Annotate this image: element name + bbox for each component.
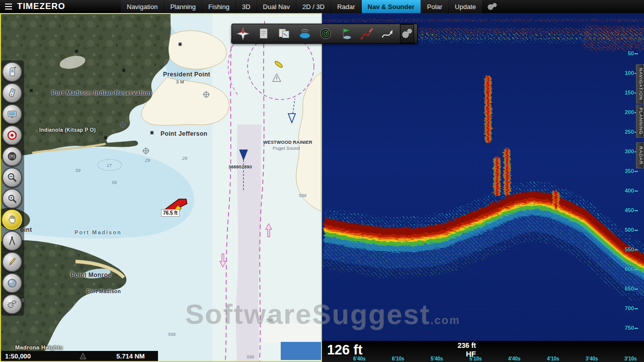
divider-tool[interactable]	[2, 231, 22, 251]
app-title: TIMEZERO	[17, 2, 65, 12]
label-point-jefferson: Point Jefferson	[160, 130, 207, 137]
sounding-value: 29	[182, 156, 187, 161]
time-tick-label: 4'10s	[547, 356, 559, 361]
svg-text:(R): (R)	[9, 154, 15, 159]
chart-panel[interactable]: President Point 3 M Port Madison Indian …	[0, 13, 322, 362]
sounding-value: 29	[145, 158, 150, 163]
menu-tab-radar[interactable]: Radar	[331, 0, 361, 13]
time-axis-labels: 6'40s6'10s5'40s5'10s4'40s4'10s3'40s3'10s	[322, 355, 644, 361]
sounding-value: 59	[75, 168, 80, 173]
instrument-display-tool[interactable]	[2, 104, 22, 124]
label-reservation: Port Madison Indian Reservation	[51, 89, 151, 97]
sounding-value: 17	[107, 163, 112, 168]
depth-readout-secondary: 236 ft	[443, 341, 476, 349]
app-window: TIMEZERO NavigationPlanningFishing3DDual…	[0, 0, 644, 362]
title-menu-bar: TIMEZERO NavigationPlanningFishing3DDual…	[0, 0, 644, 13]
side-tab-navigation[interactable]: NAVIGATION	[636, 64, 644, 104]
chart-scale-ratio: 1:50,000	[5, 352, 31, 360]
label-ais-area: Puget Sound	[273, 146, 300, 151]
menu-tab-fishing[interactable]: Fishing	[202, 0, 235, 13]
sounding-value: 596	[299, 193, 306, 198]
handheld-device-tool[interactable]	[2, 83, 22, 103]
time-tick-label: 6'10s	[392, 356, 405, 361]
workspace-tabs: NavigationPlanningFishing3DDual Nav2D / …	[121, 0, 482, 13]
label-port-madison-town: Port Madison	[87, 289, 121, 294]
chart-select-icon[interactable]	[276, 26, 292, 42]
menu-tab-update[interactable]: Update	[449, 0, 482, 13]
pencil-tool[interactable]	[2, 252, 22, 272]
time-tick-label: 5'40s	[431, 356, 443, 361]
sounder-water-column	[322, 13, 644, 362]
time-tick-label: 4'40s	[508, 356, 521, 361]
echo-sounder-display[interactable]	[322, 13, 644, 362]
label-president-point: President Point	[163, 71, 210, 78]
label-indianola: Indianola (Kitsap P O)	[39, 127, 96, 133]
sounder-status-bar: 126 ft 236 ft HF 6'40s6'10s5'40s5'10s4'4…	[322, 341, 644, 362]
chart-scale-bar: 1:50,000 5.714 NM	[1, 351, 158, 361]
time-tick-label: 6'40s	[353, 356, 366, 361]
pan-hand-tool[interactable]	[2, 210, 22, 230]
menu-tab-planning[interactable]: Planning	[164, 0, 202, 13]
menu-tab-2d-3d[interactable]: 2D / 3D	[296, 0, 331, 13]
sounding-value: 59	[112, 180, 117, 185]
radar-display-icon[interactable]	[317, 26, 334, 42]
time-tick-label: 3'10s	[624, 356, 637, 361]
side-tab-radar[interactable]: RADAR	[636, 142, 644, 168]
options-gears-tool[interactable]	[2, 294, 22, 314]
logbook-icon[interactable]	[256, 26, 272, 42]
label-ais-mmsi: 366902890	[228, 164, 252, 169]
label-3m: 3 M	[176, 79, 184, 84]
menu-tab-3d[interactable]: 3D	[236, 0, 257, 13]
north-reference-icon	[79, 352, 87, 359]
gps-device-tool[interactable]	[2, 62, 22, 82]
nautical-chart[interactable]	[1, 14, 321, 361]
zoom-range-tool[interactable]	[2, 167, 22, 188]
menu-tab-nav-sounder[interactable]: Nav & Sounder	[362, 0, 421, 13]
chart-tile-deep	[281, 342, 321, 360]
radar-standby-tool[interactable]: (R)	[2, 146, 22, 166]
compass-north-icon[interactable]	[235, 26, 251, 42]
label-point-monroe: Point Monroe	[70, 272, 111, 279]
own-ship-depth-label: 76.5 ft	[161, 209, 180, 217]
hamburger-menu-icon[interactable]	[5, 4, 12, 10]
magnifier-tool[interactable]	[2, 189, 22, 209]
label-port-madison-bay: Port Madison	[74, 229, 122, 235]
gears-icon	[487, 2, 498, 11]
app-logo[interactable]: TIMEZERO	[0, 0, 121, 13]
sounding-value: 596	[168, 332, 176, 337]
menu-tab-navigation[interactable]: Navigation	[121, 0, 164, 13]
workspace-settings-gears-icon[interactable]	[482, 0, 502, 13]
sounding-value: 596	[266, 318, 274, 323]
sounding-value: 596	[247, 354, 254, 359]
time-tick-label: 5'10s	[469, 356, 482, 361]
layer-toolbar	[231, 24, 418, 44]
sounder-display-icon[interactable]	[297, 26, 313, 42]
time-tick-label: 3'40s	[586, 356, 598, 361]
toolbar-gears-icon[interactable]	[400, 24, 414, 43]
menu-tab-dual-nav[interactable]: Dual Nav	[257, 0, 296, 13]
chart-tools-strip: (R)	[1, 60, 24, 316]
label-ais-name: WESTWOOD RAINIER	[263, 140, 312, 145]
chart-scale-distance: 5.714 NM	[116, 352, 144, 360]
orb-3d-tool[interactable]	[2, 273, 22, 293]
waypoint-drop-icon[interactable]	[338, 26, 354, 42]
sounder-panel[interactable]: 5010015020025030035040045050055060065070…	[322, 13, 644, 362]
menu-tab-polar[interactable]: Polar	[421, 0, 448, 13]
route-pencil-icon[interactable]	[359, 26, 375, 42]
side-tab-planning[interactable]: PLANNING	[636, 105, 644, 138]
mob-target-tool[interactable]	[2, 125, 22, 145]
track-record-icon[interactable]	[379, 26, 395, 42]
label-madrona-heights: Madrona Heights	[15, 344, 63, 350]
